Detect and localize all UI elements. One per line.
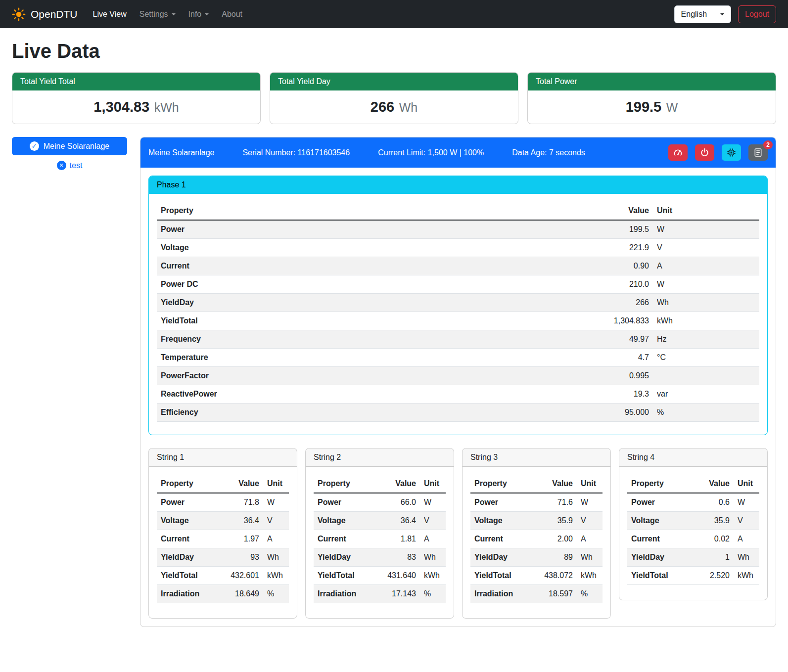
language-value: English	[681, 10, 707, 19]
property-name: Voltage	[627, 512, 691, 530]
inverter-limit: Current Limit: 1,500 W | 100%	[378, 148, 484, 157]
property-unit: V	[653, 239, 759, 257]
main-layout: ✓ Meine Solaranlage ✕ test Meine Solaran…	[12, 137, 776, 627]
property-value: 18.597	[534, 585, 577, 603]
string-table: Property Value Unit Power 71.8	[157, 475, 289, 603]
power-toggle-button[interactable]	[695, 144, 714, 161]
property-name: Irradiation	[470, 585, 534, 603]
property-value: 71.6	[534, 493, 577, 512]
property-name: ReactivePower	[157, 385, 589, 403]
property-value: 36.4	[221, 512, 263, 530]
phase-table: Property Value Unit Power 199.5	[157, 202, 759, 422]
property-name: Current	[314, 530, 377, 548]
summary-card-body: 1,304.83 kWh	[12, 90, 260, 124]
summary-card-body: 266 Wh	[270, 90, 518, 124]
table-row: YieldTotal 432.601 kWh	[157, 567, 289, 585]
nav-item-info[interactable]: Info	[182, 6, 216, 23]
property-value: 0.6	[691, 493, 734, 512]
table-row: YieldDay 266 Wh	[157, 294, 759, 312]
table-header-row: Property Value Unit	[157, 475, 289, 493]
language-select[interactable]: English	[674, 5, 731, 23]
property-name: YieldDay	[470, 548, 534, 567]
property-unit: A	[263, 530, 289, 548]
limit-settings-button[interactable]	[668, 144, 688, 161]
property-name: Power	[314, 493, 377, 512]
device-info-button[interactable]	[722, 144, 741, 161]
inverter-card-body: Phase 1 Property Value Unit	[140, 168, 776, 627]
property-value: 221.9	[589, 239, 653, 257]
property-unit: Wh	[577, 548, 603, 567]
property-name: YieldTotal	[627, 567, 691, 585]
summary-unit: W	[666, 100, 678, 114]
table-row: Voltage 36.4 V	[314, 512, 446, 530]
logout-button[interactable]: Logout	[738, 5, 776, 23]
table-row: Power 71.6 W	[470, 493, 603, 512]
brand[interactable]: OpenDTU	[12, 7, 78, 21]
property-name: Current	[470, 530, 534, 548]
property-unit: kWh	[577, 567, 603, 585]
property-value: 17.143	[377, 585, 420, 603]
property-unit: W	[653, 220, 759, 239]
inverter-card: Meine Solaranlage Serial Number: 1161716…	[140, 137, 776, 627]
property-unit: W	[577, 493, 603, 512]
event-count-badge: 2	[763, 140, 773, 149]
table-header-row: Property Value Unit	[470, 475, 603, 493]
property-name: Power	[157, 220, 589, 239]
property-name: Voltage	[157, 512, 221, 530]
table-row: Current 0.90 A	[157, 257, 759, 275]
table-row: Power 66.0 W	[314, 493, 446, 512]
sun-logo-icon	[12, 7, 26, 21]
inverter-serial: Serial Number: 116171603546	[242, 148, 350, 157]
property-unit: %	[653, 403, 759, 422]
property-unit: W	[420, 493, 446, 512]
nav-item-live-view[interactable]: Live View	[87, 6, 133, 23]
navbar: OpenDTU Live View Settings Info About En…	[0, 0, 788, 28]
inverter-select-button-active[interactable]: ✓ Meine Solaranlage	[12, 137, 127, 155]
property-name: YieldDay	[157, 294, 589, 312]
page-content: Live Data Total Yield Total 1,304.83 kWh…	[0, 28, 788, 641]
inverter-card-header: Meine Solaranlage Serial Number: 1161716…	[140, 137, 776, 168]
property-value: 49.97	[589, 330, 653, 349]
string-card-title: String 2	[306, 448, 454, 467]
property-unit: %	[577, 585, 603, 603]
property-name: YieldDay	[314, 548, 377, 567]
property-value: 1,304.833	[589, 312, 653, 330]
phase-table-wrap: Property Value Unit Power 199.5	[149, 194, 767, 435]
table-row: Current 0.02 A	[627, 530, 759, 548]
inverter-button-label: Meine Solaranlage	[44, 142, 109, 151]
nav-item-settings[interactable]: Settings	[133, 6, 182, 23]
table-row: YieldTotal 431.640 kWh	[314, 567, 446, 585]
property-name: Frequency	[157, 330, 589, 349]
summary-cards-row: Total Yield Total 1,304.83 kWh Total Yie…	[12, 72, 776, 124]
property-unit: Wh	[263, 548, 289, 567]
property-value: 210.0	[589, 275, 653, 294]
summary-unit: kWh	[154, 100, 179, 114]
inverter-data-age: Data Age: 7 seconds	[512, 148, 585, 157]
nav-item-about[interactable]: About	[215, 6, 249, 23]
table-row: Irradiation 17.143 %	[314, 585, 446, 603]
property-value: 36.4	[377, 512, 420, 530]
property-name: YieldTotal	[157, 312, 589, 330]
table-row: YieldDay 1 Wh	[627, 548, 759, 567]
inverter-select-item-test[interactable]: ✕ test	[12, 161, 127, 170]
summary-card-title: Total Power	[528, 73, 776, 90]
property-value: 438.072	[534, 567, 577, 585]
check-circle-icon: ✓	[30, 141, 39, 151]
event-log-button[interactable]: 2	[748, 144, 768, 161]
table-row: Efficiency 95.000 %	[157, 403, 759, 422]
property-unit: Wh	[420, 548, 446, 567]
property-value: 18.649	[221, 585, 263, 603]
column-header-property: Property	[157, 202, 589, 220]
summary-unit: Wh	[399, 100, 418, 114]
property-unit: V	[734, 512, 759, 530]
property-name: Temperature	[157, 349, 589, 367]
property-value: 431.640	[377, 567, 420, 585]
property-name: Voltage	[470, 512, 534, 530]
string-table-wrap: Property Value Unit Power 0.6	[619, 467, 767, 600]
property-name: Power DC	[157, 275, 589, 294]
column-header-property: Property	[627, 475, 691, 493]
nav-item-label: Info	[188, 10, 202, 19]
table-header-row: Property Value Unit	[627, 475, 759, 493]
property-unit: %	[263, 585, 289, 603]
column-header-property: Property	[157, 475, 221, 493]
